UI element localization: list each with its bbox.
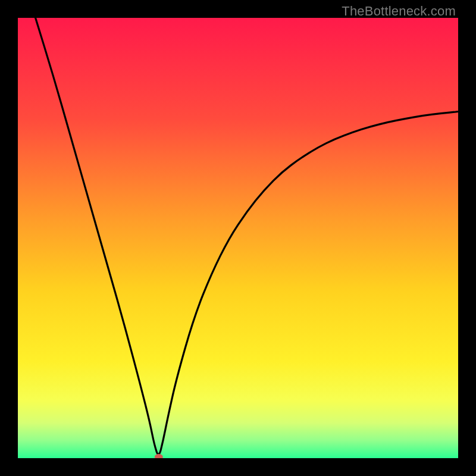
chart-frame: TheBottleneck.com bbox=[0, 0, 476, 476]
plot-area bbox=[18, 18, 458, 458]
watermark-text: TheBottleneck.com bbox=[342, 4, 456, 19]
minimum-marker bbox=[155, 454, 163, 458]
bottleneck-curve bbox=[36, 18, 458, 455]
curve-layer bbox=[18, 18, 458, 458]
